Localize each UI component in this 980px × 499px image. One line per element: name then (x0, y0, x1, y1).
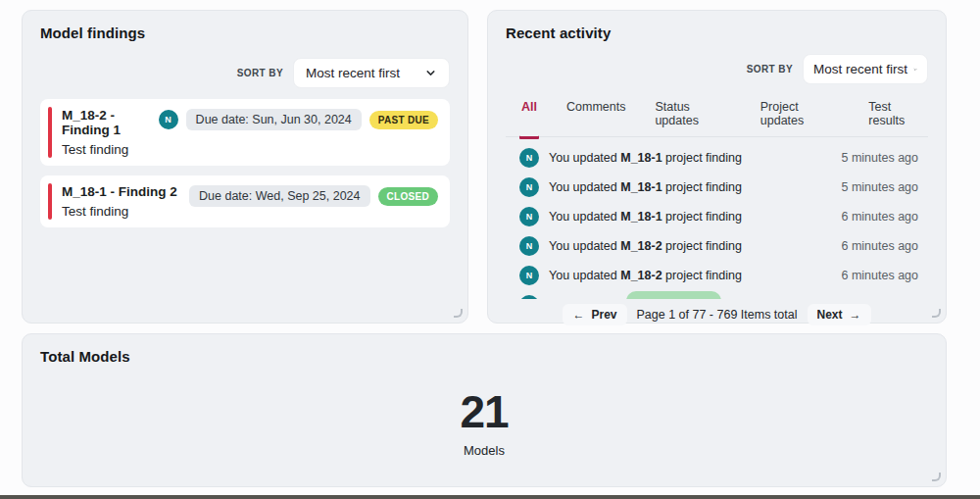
findings-sort-label: SORT BY (237, 68, 283, 78)
window-bottom-edge (0, 495, 980, 499)
dashboard: Model findings SORT BY Most recent first… (0, 0, 980, 499)
total-models-title: Total Models (40, 348, 928, 365)
activity-text: You updated M_18-1 project finding (549, 210, 831, 224)
findings-list: M_18-2 - Finding 1 Test finding N Due da… (40, 99, 450, 227)
activity-text: You updated M_18-1 project finding (549, 180, 831, 194)
activity-row[interactable]: N You updated M_18-2 project finding 6 m… (519, 231, 918, 261)
pagination-info: Page 1 of 77 - 769 Items total (637, 308, 798, 322)
activity-row[interactable]: N You updated M_18-1 project finding 5 m… (519, 143, 918, 173)
findings-sort-row: SORT BY Most recent first (40, 58, 450, 88)
total-models-label: Models (40, 443, 928, 458)
tab-all[interactable]: All (519, 98, 539, 136)
activity-sort-dropdown[interactable]: Most recent first (803, 54, 928, 84)
arrow-right-icon: → (850, 309, 861, 321)
model-findings-title: Model findings (40, 25, 450, 41)
findings-sort-value: Most recent first (306, 66, 400, 80)
model-link[interactable]: M_18-1 (620, 210, 662, 224)
panel-resize-handle[interactable] (932, 309, 941, 318)
model-link[interactable]: M_18-1 (620, 151, 662, 165)
activity-sort-value: Most recent first (813, 62, 907, 76)
avatar: N (519, 148, 539, 168)
activity-row[interactable]: N You updated M_18-1 project finding 5 m… (519, 173, 918, 202)
due-date-badge: Due date: Sun, Jun 30, 2024 (186, 109, 362, 130)
chevron-down-icon (424, 67, 437, 79)
model-link[interactable]: M_18-1 (620, 180, 662, 194)
activity-row-clipped (519, 290, 918, 299)
total-models-panel: Total Models 21 Models (22, 333, 947, 487)
tab-comments[interactable]: Comments (564, 98, 627, 136)
total-models-value: 21 (40, 389, 928, 434)
finding-subtitle: Test finding (62, 142, 159, 157)
recent-activity-title: Recent activity (506, 25, 928, 41)
due-date-badge: Due date: Wed, Sep 25, 2024 (189, 185, 369, 207)
activity-time: 5 minutes ago (841, 151, 918, 165)
activity-sort-row: SORT BY Most recent first (506, 54, 928, 84)
activity-list: N You updated M_18-1 project finding 5 m… (506, 143, 928, 299)
red-accent-bar (48, 183, 52, 220)
finding-card[interactable]: M_18-1 - Finding 2 Test finding Due date… (40, 175, 450, 227)
activity-sort-label: SORT BY (747, 64, 793, 75)
pagination: ← Prev Page 1 of 77 - 769 Items total Ne… (506, 304, 928, 325)
tab-test-results[interactable]: Test results (866, 98, 928, 136)
arrow-left-icon: ← (572, 309, 584, 321)
activity-time: 6 minutes ago (841, 239, 918, 253)
recent-activity-panel: Recent activity SORT BY Most recent firs… (487, 10, 947, 324)
status-badge: PAST DUE (369, 111, 438, 129)
status-badge: CLOSED (378, 187, 438, 206)
tab-project-updates[interactable]: Project updates (759, 98, 842, 136)
activity-time: 6 minutes ago (841, 269, 918, 282)
activity-tabs: All Comments Status updates Project upda… (506, 98, 928, 137)
finding-title: M_18-2 - Finding 1 (62, 108, 159, 137)
avatar: N (519, 177, 539, 197)
status-badge-clipped (626, 291, 721, 299)
findings-sort-dropdown[interactable]: Most recent first (293, 58, 450, 88)
tab-status-updates[interactable]: Status updates (653, 98, 732, 136)
finding-card[interactable]: M_18-2 - Finding 1 Test finding N Due da… (40, 99, 450, 166)
activity-text: You updated M_18-2 project finding (549, 269, 831, 282)
avatar: N (159, 110, 178, 129)
activity-text: You updated M_18-2 project finding (549, 239, 831, 253)
panel-resize-handle[interactable] (932, 473, 941, 481)
finding-title: M_18-1 - Finding 2 (62, 184, 177, 199)
finding-subtitle: Test finding (62, 204, 177, 219)
model-link[interactable]: M_18-2 (620, 239, 662, 253)
avatar: N (519, 207, 539, 226)
avatar (519, 295, 539, 299)
avatar: N (519, 236, 539, 256)
next-button[interactable]: Next → (808, 304, 871, 325)
activity-time: 6 minutes ago (841, 210, 918, 224)
red-accent-bar (48, 107, 52, 158)
model-link[interactable]: M_18-2 (620, 269, 662, 282)
activity-text: You updated M_18-1 project finding (549, 151, 831, 165)
avatar: N (519, 266, 539, 285)
activity-row[interactable]: N You updated M_18-1 project finding 6 m… (519, 202, 918, 231)
model-findings-panel: Model findings SORT BY Most recent first… (22, 10, 468, 324)
activity-time: 5 minutes ago (841, 180, 918, 194)
chevron-down-icon (913, 64, 917, 75)
activity-row[interactable]: N You updated M_18-2 project finding 6 m… (519, 261, 918, 290)
panel-resize-handle[interactable] (454, 309, 463, 318)
prev-button[interactable]: ← Prev (563, 304, 626, 325)
